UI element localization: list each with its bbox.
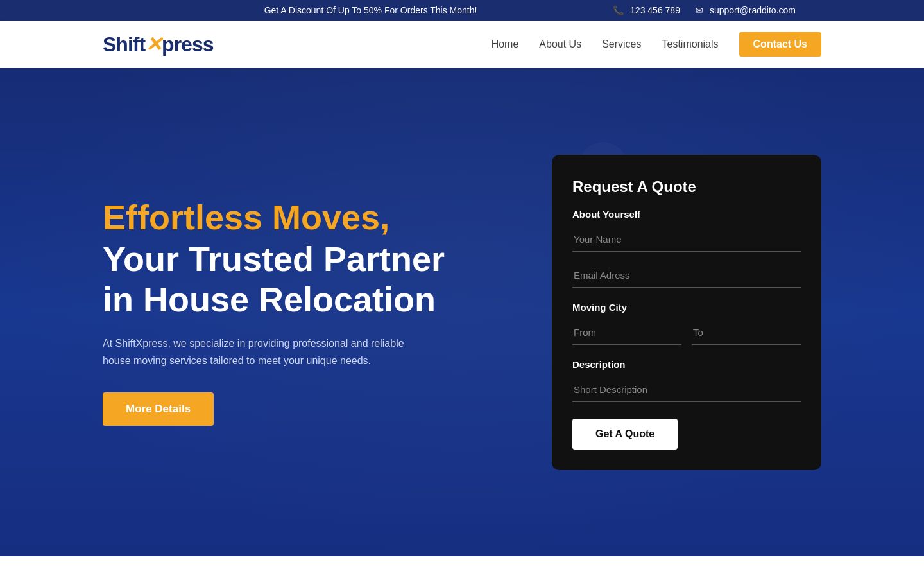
about-section-label: About Yourself [572,209,801,220]
nav-testimonials[interactable]: Testimonials [662,39,719,50]
email-icon [696,5,706,15]
nav-services[interactable]: Services [602,39,641,50]
hero-headline-white: Your Trusted Partner in House Relocation [103,239,475,319]
city-section-label: Moving City [572,302,801,313]
nav-about[interactable]: About Us [539,39,581,50]
email-contact: support@raddito.com [696,5,796,15]
to-input[interactable] [692,320,801,345]
hero-section: Effortless Moves, Your Trusted Partner i… [0,68,924,556]
header: Shift ✕ press Home About Us Services Tes… [0,21,924,68]
logo[interactable]: Shift ✕ press [103,32,213,57]
name-input[interactable] [572,227,801,252]
more-details-button[interactable]: More Details [103,392,214,426]
logo-shift: Shift [103,33,145,57]
promo-text: Get A Discount Of Up To 50% For Orders T… [128,5,613,15]
hero-text: Effortless Moves, Your Trusted Partner i… [103,198,475,426]
from-input[interactable] [572,320,681,345]
hero-content: Effortless Moves, Your Trusted Partner i… [0,116,924,509]
phone-contact: 123 456 789 [613,5,680,15]
email-address: support@raddito.com [710,5,796,15]
nav-home[interactable]: Home [492,39,519,50]
logo-x: ✕ [145,32,162,57]
city-row [572,320,801,356]
quote-form: Request A Quote About Yourself Moving Ci… [552,155,821,470]
contact-info: 123 456 789 support@raddito.com [613,5,796,15]
hero-subtext: At ShiftXpress, we specialize in providi… [103,335,411,369]
phone-number: 123 456 789 [630,5,680,15]
description-section-label: Description [572,359,801,370]
description-input[interactable] [572,378,801,402]
phone-icon [613,5,626,15]
quote-form-title: Request A Quote [572,178,801,196]
hero-headline-orange: Effortless Moves, [103,198,475,236]
email-input[interactable] [572,263,801,288]
logo-press: press [162,33,213,57]
top-bar: Get A Discount Of Up To 50% For Orders T… [0,0,924,21]
get-quote-button[interactable]: Get A Quote [572,419,678,450]
nav-contact[interactable]: Contact Us [739,32,821,57]
main-nav: Home About Us Services Testimonials Cont… [492,32,821,57]
